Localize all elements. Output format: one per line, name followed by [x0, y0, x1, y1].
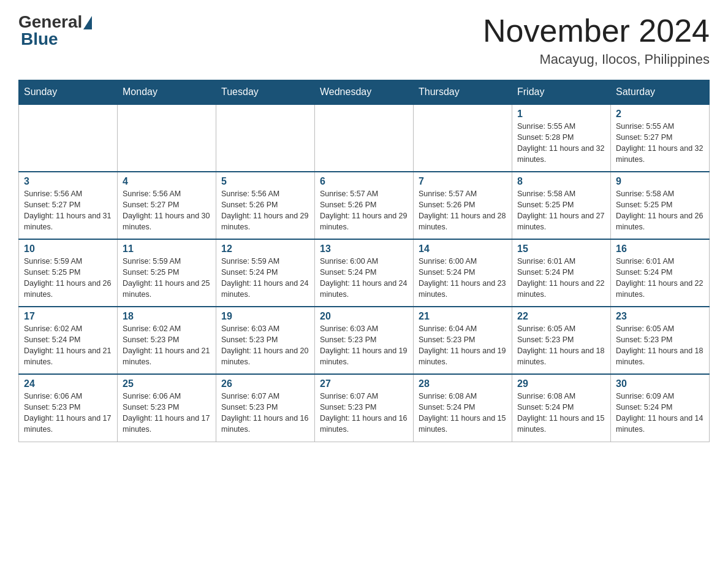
- calendar-cell: 9Sunrise: 5:58 AM Sunset: 5:25 PM Daylig…: [611, 172, 710, 239]
- calendar-week-row: 17Sunrise: 6:02 AM Sunset: 5:24 PM Dayli…: [19, 307, 710, 374]
- calendar-cell: [118, 104, 216, 172]
- day-info: Sunrise: 5:56 AM Sunset: 5:27 PM Dayligh…: [123, 188, 211, 233]
- calendar-header-row: SundayMondayTuesdayWednesdayThursdayFrid…: [19, 80, 710, 105]
- day-info: Sunrise: 5:56 AM Sunset: 5:27 PM Dayligh…: [24, 188, 112, 233]
- calendar-header-saturday: Saturday: [611, 80, 710, 105]
- calendar-cell: 25Sunrise: 6:06 AM Sunset: 5:23 PM Dayli…: [118, 374, 216, 442]
- day-number: 10: [24, 243, 112, 255]
- day-number: 5: [221, 176, 309, 187]
- day-number: 13: [320, 243, 408, 255]
- day-number: 1: [517, 109, 605, 120]
- day-number: 8: [517, 176, 605, 187]
- day-info: Sunrise: 6:03 AM Sunset: 5:23 PM Dayligh…: [320, 323, 408, 368]
- calendar-header-friday: Friday: [512, 80, 611, 105]
- calendar-cell: [19, 104, 118, 172]
- calendar-table: SundayMondayTuesdayWednesdayThursdayFrid…: [18, 80, 710, 442]
- calendar-cell: 20Sunrise: 6:03 AM Sunset: 5:23 PM Dayli…: [315, 307, 414, 374]
- day-number: 26: [221, 378, 309, 389]
- day-info: Sunrise: 6:06 AM Sunset: 5:23 PM Dayligh…: [24, 391, 112, 435]
- day-number: 30: [616, 378, 704, 389]
- day-info: Sunrise: 5:59 AM Sunset: 5:24 PM Dayligh…: [221, 256, 309, 301]
- calendar-cell: 5Sunrise: 5:56 AM Sunset: 5:26 PM Daylig…: [216, 172, 315, 239]
- day-number: 29: [517, 378, 605, 389]
- day-info: Sunrise: 6:04 AM Sunset: 5:23 PM Dayligh…: [419, 323, 507, 368]
- calendar-week-row: 24Sunrise: 6:06 AM Sunset: 5:23 PM Dayli…: [19, 374, 710, 442]
- calendar-cell: 23Sunrise: 6:05 AM Sunset: 5:23 PM Dayli…: [611, 307, 710, 374]
- calendar-cell: 14Sunrise: 6:00 AM Sunset: 5:24 PM Dayli…: [414, 239, 512, 307]
- day-info: Sunrise: 6:07 AM Sunset: 5:23 PM Dayligh…: [221, 391, 309, 435]
- day-info: Sunrise: 6:08 AM Sunset: 5:24 PM Dayligh…: [517, 391, 605, 435]
- calendar-cell: 13Sunrise: 6:00 AM Sunset: 5:24 PM Dayli…: [315, 239, 414, 307]
- day-number: 7: [419, 176, 507, 187]
- day-number: 17: [24, 311, 112, 322]
- day-info: Sunrise: 5:57 AM Sunset: 5:26 PM Dayligh…: [320, 188, 408, 233]
- calendar-cell: 6Sunrise: 5:57 AM Sunset: 5:26 PM Daylig…: [315, 172, 414, 239]
- calendar-cell: 7Sunrise: 5:57 AM Sunset: 5:26 PM Daylig…: [414, 172, 512, 239]
- day-number: 23: [616, 311, 704, 322]
- day-number: 25: [123, 378, 211, 389]
- logo-blue-text: Blue: [21, 29, 58, 49]
- calendar-cell: 28Sunrise: 6:08 AM Sunset: 5:24 PM Dayli…: [414, 374, 512, 442]
- calendar-cell: 18Sunrise: 6:02 AM Sunset: 5:23 PM Dayli…: [118, 307, 216, 374]
- day-number: 2: [616, 109, 704, 120]
- day-number: 22: [517, 311, 605, 322]
- calendar-cell: [315, 104, 414, 172]
- day-info: Sunrise: 6:02 AM Sunset: 5:23 PM Dayligh…: [123, 323, 211, 368]
- day-info: Sunrise: 5:59 AM Sunset: 5:25 PM Dayligh…: [123, 256, 211, 301]
- calendar-header-tuesday: Tuesday: [216, 80, 315, 105]
- day-number: 3: [24, 176, 112, 187]
- day-info: Sunrise: 6:00 AM Sunset: 5:24 PM Dayligh…: [419, 256, 507, 301]
- calendar-cell: 4Sunrise: 5:56 AM Sunset: 5:27 PM Daylig…: [118, 172, 216, 239]
- day-number: 9: [616, 176, 704, 187]
- day-number: 4: [123, 176, 211, 187]
- calendar-cell: 22Sunrise: 6:05 AM Sunset: 5:23 PM Dayli…: [512, 307, 611, 374]
- day-number: 15: [517, 243, 605, 255]
- day-info: Sunrise: 6:09 AM Sunset: 5:24 PM Dayligh…: [616, 391, 704, 435]
- day-info: Sunrise: 5:55 AM Sunset: 5:27 PM Dayligh…: [616, 121, 704, 166]
- calendar-cell: 2Sunrise: 5:55 AM Sunset: 5:27 PM Daylig…: [611, 104, 710, 172]
- day-number: 21: [419, 311, 507, 322]
- day-number: 16: [616, 243, 704, 255]
- day-number: 20: [320, 311, 408, 322]
- calendar-cell: 27Sunrise: 6:07 AM Sunset: 5:23 PM Dayli…: [315, 374, 414, 442]
- calendar-week-row: 10Sunrise: 5:59 AM Sunset: 5:25 PM Dayli…: [19, 239, 710, 307]
- calendar-cell: 29Sunrise: 6:08 AM Sunset: 5:24 PM Dayli…: [512, 374, 611, 442]
- calendar-cell: 10Sunrise: 5:59 AM Sunset: 5:25 PM Dayli…: [19, 239, 118, 307]
- main-title: November 2024: [483, 12, 710, 49]
- page-header: General Blue November 2024 Macayug, Iloc…: [18, 12, 710, 67]
- day-info: Sunrise: 6:06 AM Sunset: 5:23 PM Dayligh…: [123, 391, 211, 435]
- calendar-header-thursday: Thursday: [414, 80, 512, 105]
- day-info: Sunrise: 6:07 AM Sunset: 5:23 PM Dayligh…: [320, 391, 408, 435]
- calendar-cell: 3Sunrise: 5:56 AM Sunset: 5:27 PM Daylig…: [19, 172, 118, 239]
- day-number: 18: [123, 311, 211, 322]
- day-info: Sunrise: 6:02 AM Sunset: 5:24 PM Dayligh…: [24, 323, 112, 368]
- day-info: Sunrise: 5:56 AM Sunset: 5:26 PM Dayligh…: [221, 188, 309, 233]
- day-number: 19: [221, 311, 309, 322]
- calendar-header-monday: Monday: [118, 80, 216, 105]
- calendar-header-wednesday: Wednesday: [315, 80, 414, 105]
- calendar-cell: [414, 104, 512, 172]
- day-info: Sunrise: 5:55 AM Sunset: 5:28 PM Dayligh…: [517, 121, 605, 166]
- day-info: Sunrise: 5:57 AM Sunset: 5:26 PM Dayligh…: [419, 188, 507, 233]
- calendar-cell: 24Sunrise: 6:06 AM Sunset: 5:23 PM Dayli…: [19, 374, 118, 442]
- day-number: 6: [320, 176, 408, 187]
- day-number: 27: [320, 378, 408, 389]
- calendar-cell: 21Sunrise: 6:04 AM Sunset: 5:23 PM Dayli…: [414, 307, 512, 374]
- day-info: Sunrise: 6:00 AM Sunset: 5:24 PM Dayligh…: [320, 256, 408, 301]
- calendar-header-sunday: Sunday: [19, 80, 118, 105]
- day-number: 11: [123, 243, 211, 255]
- day-number: 24: [24, 378, 112, 389]
- day-number: 12: [221, 243, 309, 255]
- calendar-cell: 30Sunrise: 6:09 AM Sunset: 5:24 PM Dayli…: [611, 374, 710, 442]
- calendar-cell: 8Sunrise: 5:58 AM Sunset: 5:25 PM Daylig…: [512, 172, 611, 239]
- day-info: Sunrise: 6:01 AM Sunset: 5:24 PM Dayligh…: [616, 256, 704, 301]
- day-info: Sunrise: 6:05 AM Sunset: 5:23 PM Dayligh…: [616, 323, 704, 368]
- location-subtitle: Macayug, Ilocos, Philippines: [483, 52, 710, 67]
- calendar-cell: [216, 104, 315, 172]
- logo-triangle-icon: [83, 16, 92, 29]
- day-info: Sunrise: 6:05 AM Sunset: 5:23 PM Dayligh…: [517, 323, 605, 368]
- day-info: Sunrise: 5:59 AM Sunset: 5:25 PM Dayligh…: [24, 256, 112, 301]
- day-number: 14: [419, 243, 507, 255]
- calendar-cell: 11Sunrise: 5:59 AM Sunset: 5:25 PM Dayli…: [118, 239, 216, 307]
- calendar-week-row: 1Sunrise: 5:55 AM Sunset: 5:28 PM Daylig…: [19, 104, 710, 172]
